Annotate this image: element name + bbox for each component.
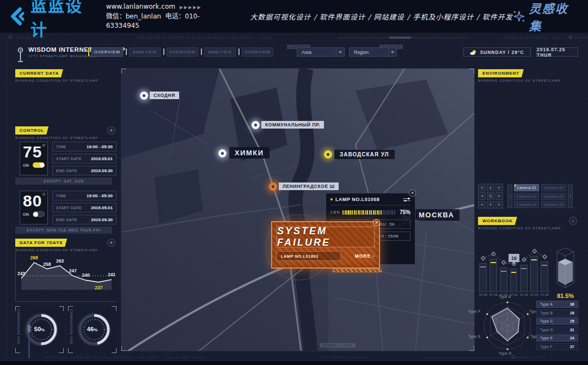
decor-square — [569, 35, 572, 39]
more-button[interactable]: MORE › — [355, 253, 375, 259]
pan-up-left-button[interactable]: ▲ — [478, 184, 486, 191]
inspiration-collect[interactable]: 灵感收集 — [513, 0, 578, 34]
radar-label-d: Type D — [499, 351, 512, 355]
chevron-down-icon — [336, 48, 344, 56]
decor-text: TWO ROADS DIVERGED IN A YELLOW WOOD, AND… — [136, 36, 272, 39]
pan-left-button[interactable]: ▲ — [478, 192, 486, 200]
week-data-badge: DATA FOR 7DAYS — [15, 239, 67, 247]
svg-text:240: 240 — [82, 272, 89, 278]
type-d-row[interactable]: Type D31 — [536, 326, 578, 333]
title-bar: WISDOM INTERNET OF LAMP CITY STREETLAMP … — [0, 46, 588, 63]
camera-03-button[interactable]: Camera 03 — [514, 201, 539, 208]
workbook-next-button[interactable]: › — [569, 217, 577, 225]
camera-01-button[interactable]: Camera 01 — [514, 184, 539, 191]
camera-04-button[interactable]: Camera 04 — [541, 184, 566, 191]
alert-title-frame: SYSTEM FAILURE — [277, 227, 375, 247]
workbook-bar — [541, 261, 548, 291]
type-b-row[interactable]: Type B28 — [536, 309, 578, 317]
close-icon[interactable]: ✕ — [409, 190, 416, 197]
except-bar-1: EXCEPT: SAT, SUN — [15, 178, 112, 185]
workbook-bar — [489, 259, 497, 291]
start-date-row[interactable]: START DATE2019.05.01 — [52, 203, 117, 212]
panel-subtitle: RUNNING CONDITION OF STREETLAMP — [478, 227, 561, 230]
time-row[interactable]: TIME19:00 - 05:30 — [52, 191, 117, 200]
type-f-row[interactable]: Type F37 — [536, 343, 578, 350]
tab-analysis-2[interactable]: ANALYSIS — [204, 47, 236, 57]
control-add-button[interactable]: + — [107, 126, 115, 135]
lbn-label: LBN — [330, 210, 342, 215]
workbook-bar — [500, 267, 507, 291]
map-pin-zavodskaya[interactable] — [324, 150, 332, 159]
week-expand-button[interactable]: + — [107, 239, 115, 247]
end-date-row[interactable]: END DATE2019.09.30 — [52, 215, 117, 224]
footer-strip — [0, 361, 588, 365]
panel-subtitle: RUNNING CONDITION OF STREETLAMP — [15, 79, 98, 82]
site-header: 蓝蓝设计 www.lanlanwork.com▶▶▶▶▶ 微信：ben_lanl… — [0, 0, 588, 33]
tab-overview-1[interactable]: OVERVIEW — [91, 47, 123, 57]
pan-down-left-button[interactable]: ▲ — [478, 201, 486, 209]
radar-label-e: Type E — [468, 334, 481, 338]
decor-slider — [389, 36, 411, 39]
type-e-row[interactable]: Type E24 — [536, 334, 578, 342]
schedule-1-toggle[interactable] — [33, 162, 45, 168]
camera-list: Camera 01 Camera 02 Camera 03 Camera 04 … — [514, 184, 566, 208]
pan-down-button[interactable]: ▲ — [487, 201, 494, 209]
alert-title: SYSTEM FAILURE — [277, 226, 374, 248]
svg-text:237: 237 — [95, 285, 102, 290]
contact-info: www.lanlanwork.com▶▶▶▶▶ 微信：ben_lanlan 电话… — [106, 2, 226, 31]
pan-up-button[interactable]: ▲ — [487, 184, 494, 191]
svg-text:241: 241 — [108, 272, 115, 277]
close-icon[interactable]: ✕ — [373, 219, 380, 226]
lbn-value: 75% — [400, 209, 411, 215]
camera-06-button[interactable]: Camera 06 — [541, 201, 566, 208]
camera-02-button[interactable]: Camera 02 — [514, 193, 539, 200]
adjust-sliders-icon[interactable] — [403, 197, 411, 202]
time-row[interactable]: TIME19:00 - 05:30 — [52, 142, 117, 151]
svg-text:243: 243 — [17, 271, 25, 276]
camera-prev-button[interactable]: ‹ — [507, 184, 512, 208]
decor-square — [512, 355, 515, 358]
workbook-bar — [479, 263, 487, 291]
map-label-kommunalny: КОММУНАЛЬНЫЙ ПР. — [261, 121, 324, 129]
lanlan-logo-icon — [8, 7, 26, 26]
tab-overview-3[interactable]: OVERVIEW — [242, 47, 273, 57]
decor-vertical-slider[interactable] — [28, 320, 30, 358]
map-pin-leningradskoe[interactable] — [269, 182, 277, 191]
camera-05-button[interactable]: Camera 05 — [541, 193, 566, 200]
comparison-gauge-1: COMPARISON FOR 50% — [15, 306, 64, 353]
pan-down-right-button[interactable]: ▲ — [495, 201, 503, 209]
type-c-row[interactable]: Type C25 — [536, 318, 578, 325]
type-a-row[interactable]: Type A36 — [536, 301, 578, 308]
area-select[interactable]: Area — [297, 47, 345, 57]
start-date-row[interactable]: START DATE2019.05.01 — [52, 154, 117, 163]
schedule-2-toggle[interactable] — [33, 211, 45, 217]
map-pin-skhodnya[interactable] — [140, 92, 148, 100]
map-pin-kommunalny[interactable] — [252, 121, 260, 129]
pan-up-right-button[interactable]: ▲ — [495, 184, 503, 191]
tab-analysis-1[interactable]: ANALYSIS — [129, 47, 161, 57]
logo[interactable]: 蓝蓝设计 — [8, 0, 96, 40]
tab-overview-2[interactable]: OVERVIEW — [167, 47, 198, 57]
date-display: 2019.07.25 THUR — [536, 47, 578, 57]
decor-text: SOME DAY AS FAR AS I COULD TO WHERE IT — [504, 36, 588, 39]
website-link[interactable]: www.lanlanwork.com — [106, 3, 175, 10]
map-pin-khimki[interactable] — [218, 149, 226, 157]
hazard-stripe-decor — [333, 269, 382, 272]
star-icon — [513, 10, 525, 23]
workbook-bar — [510, 269, 518, 291]
bulb-icon — [42, 193, 45, 196]
lamp-popup-title: LAMP NO.L01058 — [335, 197, 379, 202]
map-label-leningradskoe: ЛЕНИНГРАДСКОЕ Ш — [279, 182, 339, 190]
map-label-moskva: МОСКВА — [413, 209, 460, 221]
decor-text: TRAVEL BOTH — [518, 356, 547, 359]
end-date-row[interactable]: END DATE2019.09.30 — [52, 166, 117, 175]
map-label-khimki: ХИМКИ — [229, 147, 270, 159]
brightness-bar[interactable] — [342, 210, 396, 215]
camera-next-button[interactable]: › — [568, 184, 573, 208]
pan-right-button[interactable]: ▲ — [495, 192, 503, 200]
environment-badge: ENVIRONMENT — [478, 69, 524, 77]
refresh-button[interactable]: ↻ — [487, 192, 494, 200]
region-select[interactable]: Region — [349, 47, 397, 57]
workbook-bar — [520, 265, 528, 291]
city-map[interactable]: СХОДНЯ КОММУНАЛЬНЫЙ ПР. ХИМКИ ЗАВОДСКАЯ … — [121, 68, 475, 351]
